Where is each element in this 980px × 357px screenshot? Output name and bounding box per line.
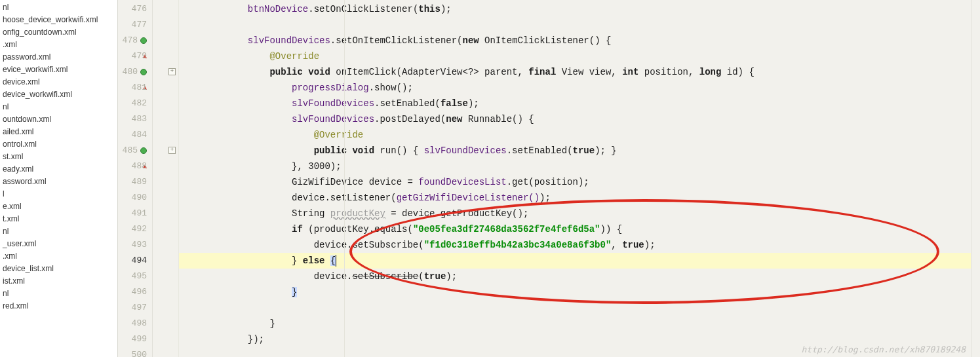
text-caret (336, 255, 336, 267)
line-number: 497 (118, 300, 152, 316)
file-item[interactable]: e.xml (0, 200, 117, 213)
line-number: 477 (118, 17, 152, 33)
file-item[interactable]: l (0, 188, 117, 200)
root: nlhoose_device_workwifi.xmlonfig_countdo… (0, 0, 980, 357)
file-item[interactable]: nl (0, 288, 117, 300)
file-item[interactable]: device_list.xml (0, 263, 117, 275)
code-line[interactable]: } else { (179, 253, 971, 269)
line-number: 476 (118, 1, 152, 17)
file-item[interactable]: evice_workwifi.xml (0, 64, 117, 76)
override-marker-icon[interactable] (140, 37, 147, 44)
code-line[interactable]: GizWifiDevice device = foundDevicesList.… (179, 174, 971, 190)
file-item[interactable]: st.xml (0, 151, 117, 163)
file-item[interactable]: ailed.xml (0, 126, 117, 138)
line-number: 484 (118, 127, 152, 143)
code-line[interactable]: @Override (179, 127, 971, 143)
line-number: 500 (118, 347, 152, 357)
indent-guide (344, 0, 345, 357)
file-item[interactable]: _user.xml (0, 238, 117, 250)
code-area[interactable]: btnNoDevice.setOnClickListener(this); sl… (178, 0, 971, 357)
code-line[interactable] (179, 300, 971, 316)
line-number: 490 (118, 190, 152, 206)
override-marker-icon[interactable] (140, 69, 147, 75)
line-number: 485 (118, 143, 152, 159)
code-line[interactable]: } (179, 284, 971, 300)
fold-handle-icon[interactable]: + (168, 68, 176, 75)
code-line[interactable]: progressDialog.show(); (179, 80, 971, 96)
line-number: 492 (118, 221, 152, 237)
file-item[interactable]: ontrol.xml (0, 138, 117, 151)
code-line[interactable]: device.setListener(getGizWifiDeviceListe… (179, 190, 971, 206)
line-number: 479 (118, 48, 152, 64)
file-item[interactable]: assword.xml (0, 176, 117, 188)
line-number: 483 (118, 111, 152, 127)
line-number: 478 (118, 33, 152, 48)
code-line[interactable]: String productKey = device.getProductKey… (179, 206, 971, 221)
line-number: 494 (118, 253, 152, 269)
line-number: 499 (118, 331, 152, 347)
project-explorer[interactable]: nlhoose_device_workwifi.xmlonfig_countdo… (0, 0, 118, 357)
code-line[interactable] (179, 17, 971, 33)
file-item[interactable]: hoose_device_workwifi.xml (0, 14, 117, 26)
code-line[interactable]: slvFoundDevices.setOnItemClickListener(n… (179, 33, 971, 48)
code-line[interactable]: device.setSubscribe(true); (179, 269, 971, 284)
file-item[interactable]: device.xml (0, 76, 117, 88)
code-line[interactable]: slvFoundDevices.postDelayed(new Runnable… (179, 111, 971, 127)
file-item[interactable]: ist.xml (0, 275, 117, 288)
fold-handle-icon[interactable]: + (168, 147, 176, 154)
line-number: 496 (118, 284, 152, 300)
code-line[interactable]: slvFoundDevices.setEnabled(false); (179, 96, 971, 111)
code-line[interactable]: public void onItemClick(AdapterView<?> p… (179, 64, 971, 80)
code-editor[interactable]: 4764774784794804814824834844854884894904… (118, 0, 980, 357)
line-number: 481 (118, 80, 152, 96)
code-line[interactable]: device.setSubscribe("f1d0c318effb4b42a3b… (179, 237, 971, 253)
line-number: 480 (118, 64, 152, 80)
file-item[interactable]: nl (0, 225, 117, 238)
code-line[interactable]: @Override (179, 48, 971, 64)
line-number: 489 (118, 174, 152, 190)
file-item[interactable]: nl (0, 101, 117, 113)
code-line[interactable]: }); (179, 331, 971, 347)
line-number: 495 (118, 269, 152, 284)
line-number-gutter: 4764774784794804814824834844854884894904… (118, 0, 152, 357)
fold-margin[interactable]: ++ (152, 0, 178, 357)
file-item[interactable]: red.xml (0, 300, 117, 312)
file-item[interactable]: .xml (0, 39, 117, 51)
code-line[interactable]: } (179, 316, 971, 331)
file-item[interactable]: onfig_countdown.xml (0, 26, 117, 39)
file-item[interactable]: nl (0, 1, 117, 14)
code-line[interactable]: public void run() { slvFoundDevices.setE… (179, 143, 971, 159)
line-number: 488 (118, 159, 152, 174)
code-line[interactable]: }, 3000); (179, 159, 971, 174)
file-item[interactable]: device_workwifi.xml (0, 88, 117, 101)
right-edge (971, 0, 980, 357)
line-number: 493 (118, 237, 152, 253)
code-line[interactable]: if (productKey.equals("0e05fea3df27468da… (179, 221, 971, 237)
file-item[interactable]: eady.xml (0, 163, 117, 176)
file-item[interactable]: ountdown.xml (0, 113, 117, 126)
file-item[interactable]: password.xml (0, 51, 117, 64)
code-line[interactable]: btnNoDevice.setOnClickListener(this); (179, 1, 971, 17)
line-number: 498 (118, 316, 152, 331)
override-marker-icon[interactable] (140, 147, 147, 154)
line-number: 482 (118, 96, 152, 111)
file-item[interactable]: t.xml (0, 213, 117, 225)
code-line[interactable] (179, 347, 971, 357)
file-item[interactable]: .xml (0, 250, 117, 263)
line-number: 491 (118, 206, 152, 221)
